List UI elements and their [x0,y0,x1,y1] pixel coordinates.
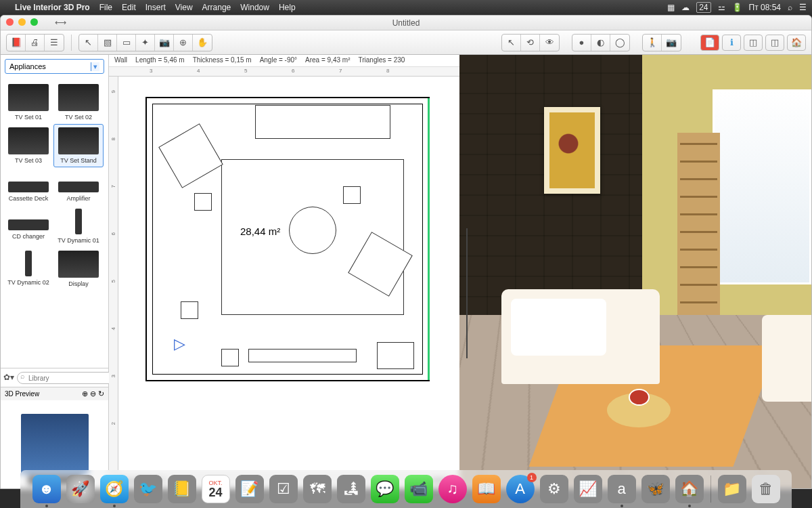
preview-label[interactable]: 3D Preview [5,390,39,398]
category-select[interactable]: Appliances [5,59,104,74]
spotlight-icon[interactable]: ⌕ [788,3,792,12]
dock-liveinterior[interactable]: 🏠 [675,475,704,503]
furn-side-table[interactable] [181,301,198,319]
dock-trash[interactable]: 🗑 [752,475,780,503]
tool-path[interactable]: ✦ [136,35,155,51]
dock-activity[interactable]: 📈 [574,475,602,503]
library-item[interactable]: TV Set 03 [3,124,53,167]
menu-help[interactable]: Help [279,3,296,12]
tool-rec[interactable]: ● [572,35,591,51]
status-icon[interactable]: ☁ [681,3,690,12]
furn-side-table[interactable] [343,186,361,204]
furn-tv-stand[interactable] [248,349,357,362]
furn-coffee-table[interactable] [289,207,336,254]
tool-select[interactable]: ↖ [79,35,98,51]
menu-file[interactable]: File [99,3,112,12]
render-window [713,89,811,284]
furn-sofa[interactable] [255,105,390,139]
library-item-label: TV Set Stand [55,157,102,164]
dock-messages[interactable]: 💬 [371,475,399,503]
tool-zoom[interactable]: ⊕ [174,35,193,51]
tool-pan[interactable]: ✋ [193,35,212,51]
room-outline[interactable]: ▷ [145,97,430,381]
dock-launchpad[interactable]: 🚀 [66,475,95,503]
clock[interactable]: Пт 08:54 [749,3,781,12]
dock-calendar[interactable]: OKT.24 [202,475,230,503]
camera-icon[interactable]: ▷ [174,335,185,353]
furn-side-table[interactable] [194,193,212,211]
tool-orbit[interactable]: ⟲ [521,35,540,51]
tool-list[interactable]: ☰ [45,35,64,51]
status-date[interactable]: 24 [696,2,710,13]
tool-walk[interactable]: 🚶 [643,35,662,51]
close-button[interactable] [6,18,14,26]
dock-appstore[interactable]: A1 [506,475,535,503]
wifi-icon[interactable]: ⚍ [718,3,725,12]
library-item[interactable]: Amplifier [53,167,104,205]
tool-room[interactable]: ▭ [117,35,136,51]
tool-camera[interactable]: 📷 [155,35,174,51]
library-item[interactable]: TV Set 01 [3,81,53,124]
tool-home[interactable]: 🏠 [787,35,806,51]
tool-stop[interactable]: ◯ [610,35,629,51]
app-name[interactable]: Live Interior 3D Pro [15,3,90,12]
expand-icon[interactable]: ⟷ [55,18,66,27]
furn-side-table[interactable] [221,349,239,366]
window-title: Untitled [392,18,420,28]
tool-books[interactable]: 📕 [7,35,26,51]
render-3d-view[interactable] [459,55,811,488]
dock-itunes[interactable]: ♫ [438,475,467,503]
dock-notes[interactable]: 📝 [235,475,264,503]
dock-app2[interactable]: 🦋 [641,475,670,503]
render-bowl [629,389,650,406]
dock-maps[interactable]: 🗺 [303,475,332,503]
tool-play[interactable]: ◐ [591,35,610,51]
tool-insp2[interactable]: ◫ [765,35,784,51]
library-gear-icon[interactable]: ✿▾ [3,373,14,382]
menu-icon[interactable]: ☰ [799,3,807,12]
dock-ibooks[interactable]: 📖 [472,475,501,503]
library-item[interactable]: TV Set Stand [53,124,104,167]
library-item[interactable]: Display [53,247,104,291]
tool-snap[interactable]: 📷 [662,35,681,51]
menu-insert[interactable]: Insert [145,3,166,12]
dock-downloads[interactable]: 📁 [718,475,746,503]
zoom-in-icon[interactable]: ⊕ [82,389,88,398]
floor-plan-canvas[interactable]: ▷ 28,44 m² [118,77,459,473]
minimize-button[interactable] [18,18,26,26]
dock-prefs[interactable]: ⚙ [540,475,568,503]
tool-export[interactable]: 📄 [700,35,719,51]
selected-wall[interactable] [428,98,430,380]
battery-icon[interactable]: 🔋 [732,3,742,12]
tool-print[interactable]: 🖨 [26,35,45,51]
library-thumb [8,182,49,192]
library-item[interactable]: TV Dynamic 02 [3,247,53,291]
maximize-button[interactable] [30,18,38,26]
library-item[interactable]: TV Set 02 [53,81,104,124]
menu-arrange[interactable]: Arrange [202,3,231,12]
library-item[interactable]: CD changer [3,205,53,247]
dock-reminders[interactable]: ☑ [269,475,298,503]
library-item[interactable]: TV Dynamic 01 [53,205,104,247]
library-search-input[interactable] [17,372,119,384]
dock-finder[interactable]: ☻ [32,475,61,503]
menu-window[interactable]: Window [240,3,269,12]
furn-plant[interactable] [377,342,414,369]
tool-look[interactable]: 👁 [540,35,559,51]
zoom-out-icon[interactable]: ⊖ [90,389,96,398]
menu-edit[interactable]: Edit [122,3,136,12]
menu-view[interactable]: View [175,3,193,12]
tool-insp1[interactable]: ◫ [744,35,763,51]
dock-mail[interactable]: 🐦 [134,475,162,503]
dock-photos[interactable]: 🏞 [337,475,365,503]
dock-facetime[interactable]: 📹 [405,475,433,503]
zoom-reset-icon[interactable]: ↻ [98,389,104,398]
status-icon[interactable]: ▦ [667,3,675,12]
tool-info[interactable]: ℹ [722,35,741,51]
dock-safari[interactable]: 🧭 [100,475,129,503]
dock-app1[interactable]: a [608,475,636,503]
library-item[interactable]: Cassette Deck [3,167,53,205]
dock-contacts[interactable]: 📒 [168,475,196,503]
tool-wall[interactable]: ▧ [98,35,117,51]
tool-arrow[interactable]: ↖ [502,35,521,51]
